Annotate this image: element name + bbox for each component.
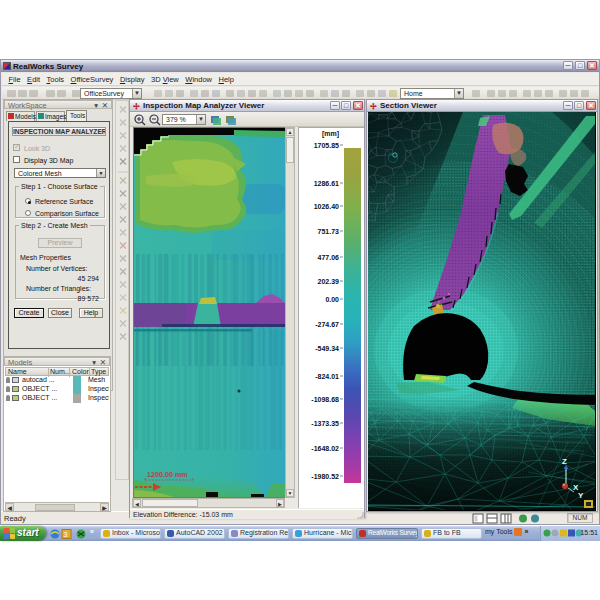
svg-text:1705.85: 1705.85 — [314, 142, 339, 149]
svg-text:Y: Y — [578, 491, 584, 500]
svg-text:»: » — [90, 528, 94, 535]
svg-text:-274.67: -274.67 — [315, 321, 339, 328]
svg-text:1286.61: 1286.61 — [314, 180, 339, 187]
svg-text:-824.01: -824.01 — [315, 373, 339, 380]
svg-text:[mm]: [mm] — [322, 130, 339, 138]
svg-text:477.06: 477.06 — [318, 254, 340, 261]
svg-text:0.00: 0.00 — [325, 296, 339, 303]
svg-text:3: 3 — [64, 531, 68, 538]
svg-text:Z: Z — [562, 457, 567, 466]
svg-text:-1098.68: -1098.68 — [311, 396, 339, 403]
svg-text:-1648.02: -1648.02 — [311, 445, 339, 452]
svg-text:-1373.35: -1373.35 — [311, 420, 339, 427]
svg-text:-549.34: -549.34 — [315, 345, 339, 352]
svg-text:1200.00 mm: 1200.00 mm — [147, 470, 188, 479]
svg-text:1026.40: 1026.40 — [314, 203, 339, 210]
svg-text:-1980.52: -1980.52 — [311, 473, 339, 480]
svg-text:751.73: 751.73 — [318, 228, 340, 235]
svg-text:202.39: 202.39 — [318, 278, 340, 285]
